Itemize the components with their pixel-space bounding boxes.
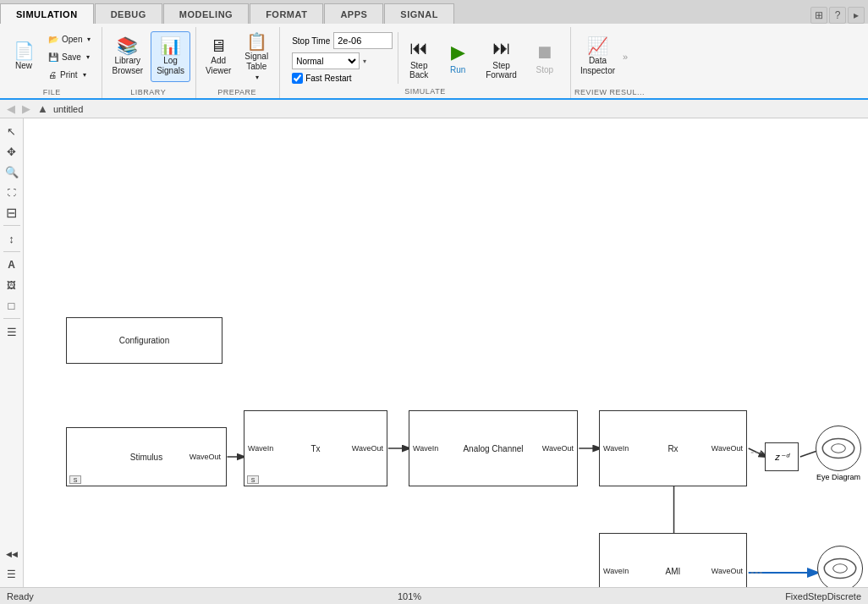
tab-modeling[interactable]: MODELING — [163, 3, 249, 24]
svg-point-9 — [822, 439, 854, 458]
step-forward-button[interactable]: ⏭ StepForward — [478, 33, 525, 84]
address-path: untitled — [53, 104, 83, 114]
stop-time-input[interactable] — [333, 32, 393, 49]
step-back-icon: ⏮ — [409, 37, 428, 59]
eye-diagram-1-label: Eye Diagram — [816, 473, 860, 481]
tx-icon: S — [247, 475, 259, 484]
z-delay-label: z⁻ᵈ — [775, 452, 788, 463]
fast-restart-label: Fast Restart — [292, 73, 351, 84]
tx-block[interactable]: WaveIn Tx WaveOut S — [244, 410, 387, 486]
open-icon: 📂 — [48, 35, 58, 44]
eye-svg-2 — [818, 546, 862, 587]
eye-diagram-2[interactable]: Eye Diagram1 — [816, 546, 864, 587]
shape-tool[interactable]: □ — [3, 296, 21, 315]
svg-point-11 — [824, 559, 855, 579]
stop-button[interactable]: ⏹ Stop — [526, 33, 563, 84]
eye-diagram-1[interactable]: Eye Diagram — [816, 426, 861, 481]
tab-apps[interactable]: APPS — [324, 3, 383, 24]
up-button[interactable]: ▲ — [36, 102, 50, 115]
zoom-out-tool[interactable]: ⊟ — [3, 203, 21, 222]
log-signals-icon: 📊 — [160, 37, 181, 54]
run-button[interactable]: ▶ Run — [439, 33, 476, 84]
tab-format[interactable]: FORMAT — [250, 3, 323, 24]
print-button[interactable]: 🖨 Print ▾ — [42, 66, 96, 83]
simulate-group-label: SIMULATE — [287, 85, 563, 97]
new-button[interactable]: 📄 New — [7, 31, 41, 82]
step-back-button[interactable]: ⏮ StepBack — [400, 33, 437, 84]
mode-select[interactable]: Normal Accelerator Rapid Accelerator — [292, 52, 360, 69]
run-icon: ▶ — [451, 41, 465, 63]
tab-debug[interactable]: DEBUG — [95, 3, 162, 24]
ac-port-left: WaveIn — [413, 444, 438, 453]
library-browser-button[interactable]: 📚 LibraryBrowser — [106, 31, 149, 82]
pan-tool[interactable]: ✥ — [3, 142, 21, 161]
eye-circle-1 — [816, 426, 861, 471]
canvas[interactable]: Configuration Stimulus WaveOut S WaveIn … — [24, 118, 868, 587]
tab-right-controls: ⊞ ? ▸ — [810, 7, 868, 24]
forward-button[interactable]: ▶ — [20, 102, 32, 115]
zoom-in-tool[interactable]: 🔍 — [3, 162, 21, 181]
select-tool[interactable]: ↖ — [3, 122, 21, 140]
tab-simulation[interactable]: SIMULATION — [0, 3, 94, 24]
play-btn[interactable]: ▸ — [848, 7, 865, 24]
menu-tool[interactable]: ☰ — [3, 565, 21, 584]
ami-block[interactable]: WaveIn AMI WaveOut — [599, 533, 747, 587]
z-delay-container: z⁻ᵈ — [765, 442, 799, 471]
ami-label: AMI — [666, 567, 681, 576]
stop-time-label: Stop Time — [292, 36, 330, 46]
signal-table-arrow: ▾ — [255, 74, 259, 81]
open-label: Open — [62, 35, 82, 44]
analog-channel-block[interactable]: WaveIn Analog Channel WaveOut — [409, 410, 578, 486]
save-button[interactable]: 💾 Save ▾ — [42, 48, 96, 65]
print-arrow: ▾ — [83, 71, 86, 79]
rx-block[interactable]: WaveIn Rx WaveOut — [599, 410, 747, 486]
layers-tool[interactable]: ☰ — [3, 322, 21, 341]
status-right: FixedStepDiscrete — [785, 591, 861, 601]
fit-tool[interactable]: ⛶ — [3, 183, 21, 201]
back-button[interactable]: ◀ — [5, 102, 17, 115]
svg-point-10 — [832, 444, 846, 453]
save-label: Save — [62, 52, 81, 62]
data-inspector-button[interactable]: 📈 DataInspector — [574, 31, 621, 82]
collapse-tool[interactable]: ◀◀ — [3, 545, 21, 563]
ac-port-right: WaveOut — [542, 444, 574, 453]
stimulus-block[interactable]: Stimulus WaveOut S — [66, 427, 227, 486]
save-arrow: ▾ — [86, 53, 90, 61]
step-back-label: StepBack — [409, 61, 428, 80]
mode-row: Normal Accelerator Rapid Accelerator ▾ — [292, 52, 393, 69]
z-delay-block[interactable]: z⁻ᵈ — [765, 442, 799, 471]
stimulus-port-right: WaveOut — [190, 453, 221, 461]
svg-line-4 — [800, 451, 817, 457]
toolbar-sep-3 — [3, 318, 20, 319]
ribbon: 📄 New 📂 Open ▾ 💾 Save ▾ 🖨 Print ▾ — [0, 24, 868, 100]
config-block[interactable]: Configuration — [66, 317, 222, 364]
library-buttons: 📚 LibraryBrowser 📊 LogSignals — [106, 27, 190, 86]
library-browser-icon: 📚 — [117, 37, 138, 54]
data-inspector-label: DataInspector — [580, 56, 615, 76]
rx-port-right: WaveOut — [711, 444, 743, 453]
text-tool[interactable]: A — [3, 255, 21, 274]
file-buttons: 📄 New 📂 Open ▾ 💾 Save ▾ 🖨 Print ▾ — [7, 27, 96, 86]
image-tool[interactable]: 🖼 — [3, 276, 21, 294]
prepare-group-label: PREPARE — [200, 86, 274, 98]
log-signals-button[interactable]: 📊 LogSignals — [151, 31, 190, 82]
new-icon: 📄 — [14, 42, 35, 59]
ami-port-right: WaveOut — [711, 567, 743, 575]
stop-label: Stop — [536, 65, 554, 74]
simulate-controls: Stop Time Normal Accelerator Rapid Accel… — [287, 32, 398, 84]
stimulus-icon: S — [69, 475, 81, 484]
prepare-buttons: 🖥 AddViewer 📋 SignalTable ▾ — [200, 27, 274, 86]
signal-table-button[interactable]: 📋 SignalTable ▾ — [239, 31, 274, 82]
review-expand[interactable]: » — [623, 52, 628, 62]
help-btn[interactable]: ? — [829, 7, 846, 24]
tab-signal[interactable]: SIGNAL — [384, 3, 454, 24]
signal-table-label: SignalTable — [244, 52, 268, 72]
ribbon-group-review: 📈 DataInspector » REVIEW RESUL... — [571, 27, 650, 98]
grid-btn[interactable]: ⊞ — [810, 7, 827, 24]
add-viewer-button[interactable]: 🖥 AddViewer — [200, 31, 237, 82]
fast-restart-checkbox[interactable] — [292, 73, 303, 84]
data-inspector-icon: 📈 — [587, 37, 608, 54]
tx-port-left: WaveIn — [248, 444, 273, 453]
open-button[interactable]: 📂 Open ▾ — [42, 30, 96, 47]
zoom-y-tool[interactable]: ↕ — [3, 229, 21, 248]
